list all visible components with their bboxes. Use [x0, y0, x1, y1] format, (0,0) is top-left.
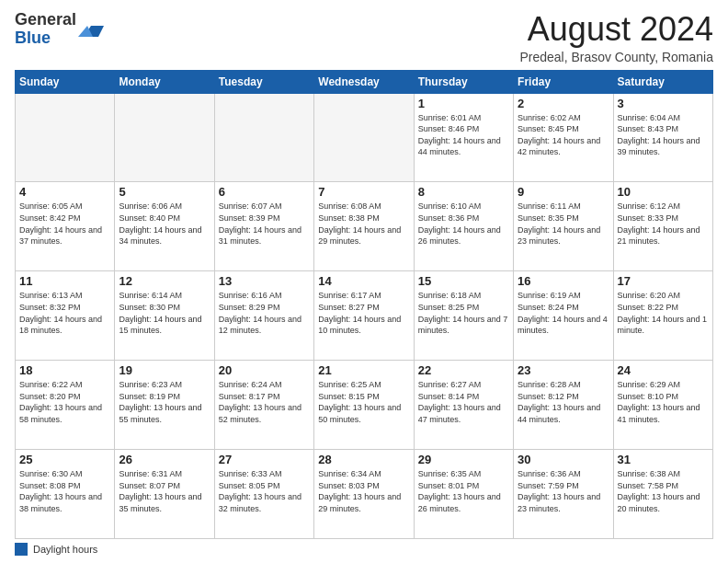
day-info: Sunrise: 6:31 AM Sunset: 8:07 PM Dayligh…: [119, 468, 210, 514]
day-number: 12: [119, 274, 210, 288]
calendar-header-row: SundayMondayTuesdayWednesdayThursdayFrid…: [16, 70, 713, 93]
calendar-cell: 23Sunrise: 6:28 AM Sunset: 8:12 PM Dayli…: [514, 361, 613, 450]
calendar-cell: 7Sunrise: 6:08 AM Sunset: 8:38 PM Daylig…: [314, 182, 414, 271]
day-number: 31: [618, 453, 709, 466]
day-number: 6: [219, 185, 310, 199]
day-number: 5: [119, 185, 210, 199]
day-info: Sunrise: 6:35 AM Sunset: 8:01 PM Dayligh…: [418, 468, 509, 514]
calendar-cell: 26Sunrise: 6:31 AM Sunset: 8:07 PM Dayli…: [115, 450, 214, 539]
calendar-cell: 17Sunrise: 6:20 AM Sunset: 8:22 PM Dayli…: [613, 271, 712, 361]
day-number: 2: [518, 97, 609, 110]
day-info: Sunrise: 6:17 AM Sunset: 8:27 PM Dayligh…: [318, 290, 409, 336]
day-info: Sunrise: 6:05 AM Sunset: 8:42 PM Dayligh…: [19, 201, 110, 247]
calendar-cell: [16, 93, 115, 182]
day-info: Sunrise: 6:08 AM Sunset: 8:38 PM Dayligh…: [318, 201, 409, 247]
calendar-cell: 6Sunrise: 6:07 AM Sunset: 8:39 PM Daylig…: [214, 182, 313, 271]
calendar-cell: 19Sunrise: 6:23 AM Sunset: 8:19 PM Dayli…: [115, 361, 214, 450]
day-info: Sunrise: 6:34 AM Sunset: 8:03 PM Dayligh…: [318, 468, 409, 514]
calendar-cell: 13Sunrise: 6:16 AM Sunset: 8:29 PM Dayli…: [214, 271, 313, 361]
day-number: 30: [518, 453, 609, 466]
day-info: Sunrise: 6:11 AM Sunset: 8:35 PM Dayligh…: [518, 201, 609, 247]
calendar-day-header: Thursday: [414, 70, 513, 93]
day-info: Sunrise: 6:29 AM Sunset: 8:10 PM Dayligh…: [618, 379, 709, 425]
calendar-cell: 3Sunrise: 6:04 AM Sunset: 8:43 PM Daylig…: [613, 93, 712, 182]
calendar-cell: 27Sunrise: 6:33 AM Sunset: 8:05 PM Dayli…: [214, 450, 313, 539]
day-info: Sunrise: 6:28 AM Sunset: 8:12 PM Dayligh…: [518, 379, 609, 425]
day-number: 14: [318, 274, 409, 288]
location: Predeal, Brasov County, Romania: [519, 50, 713, 64]
day-number: 21: [318, 363, 409, 377]
day-number: 22: [418, 363, 509, 377]
calendar-day-header: Friday: [514, 70, 613, 93]
day-info: Sunrise: 6:13 AM Sunset: 8:32 PM Dayligh…: [19, 290, 110, 336]
day-info: Sunrise: 6:20 AM Sunset: 8:22 PM Dayligh…: [618, 290, 709, 336]
calendar-cell: 18Sunrise: 6:22 AM Sunset: 8:20 PM Dayli…: [16, 361, 115, 450]
calendar-day-header: Monday: [115, 70, 214, 93]
calendar-table: SundayMondayTuesdayWednesdayThursdayFrid…: [15, 70, 713, 539]
day-number: 10: [618, 185, 709, 199]
logo-icon: [78, 17, 104, 42]
calendar-cell: 15Sunrise: 6:18 AM Sunset: 8:25 PM Dayli…: [414, 271, 513, 361]
day-info: Sunrise: 6:36 AM Sunset: 7:59 PM Dayligh…: [518, 468, 609, 514]
day-number: 13: [219, 274, 310, 288]
calendar-week-row: 1Sunrise: 6:01 AM Sunset: 8:46 PM Daylig…: [16, 93, 713, 182]
calendar-cell: 31Sunrise: 6:38 AM Sunset: 7:58 PM Dayli…: [613, 450, 712, 539]
day-number: 7: [318, 185, 409, 199]
title-block: August 2024 Predeal, Brasov County, Roma…: [519, 11, 713, 64]
calendar-day-header: Saturday: [613, 70, 712, 93]
day-number: 25: [19, 453, 110, 466]
month-year: August 2024: [519, 11, 713, 48]
day-number: 15: [418, 274, 509, 288]
calendar-week-row: 18Sunrise: 6:22 AM Sunset: 8:20 PM Dayli…: [16, 361, 713, 450]
day-number: 24: [618, 363, 709, 377]
day-number: 11: [19, 274, 110, 288]
calendar-day-header: Wednesday: [314, 70, 414, 93]
calendar-cell: 28Sunrise: 6:34 AM Sunset: 8:03 PM Dayli…: [314, 450, 414, 539]
calendar-cell: 25Sunrise: 6:30 AM Sunset: 8:08 PM Dayli…: [16, 450, 115, 539]
day-info: Sunrise: 6:04 AM Sunset: 8:43 PM Dayligh…: [618, 112, 709, 158]
day-number: 8: [418, 185, 509, 199]
calendar-cell: 4Sunrise: 6:05 AM Sunset: 8:42 PM Daylig…: [16, 182, 115, 271]
calendar-cell: 2Sunrise: 6:02 AM Sunset: 8:45 PM Daylig…: [514, 93, 613, 182]
day-number: 1: [418, 97, 509, 110]
calendar-week-row: 25Sunrise: 6:30 AM Sunset: 8:08 PM Dayli…: [16, 450, 713, 539]
day-info: Sunrise: 6:14 AM Sunset: 8:30 PM Dayligh…: [119, 290, 210, 336]
day-info: Sunrise: 6:06 AM Sunset: 8:40 PM Dayligh…: [119, 201, 210, 247]
day-number: 20: [219, 363, 310, 377]
day-info: Sunrise: 6:33 AM Sunset: 8:05 PM Dayligh…: [219, 468, 310, 514]
legend-color-box: [15, 543, 28, 556]
footer: Daylight hours: [15, 543, 713, 556]
calendar-cell: 22Sunrise: 6:27 AM Sunset: 8:14 PM Dayli…: [414, 361, 513, 450]
day-info: Sunrise: 6:02 AM Sunset: 8:45 PM Dayligh…: [518, 112, 609, 158]
calendar-cell: 20Sunrise: 6:24 AM Sunset: 8:17 PM Dayli…: [214, 361, 313, 450]
header: General Blue August 2024 Predeal, Brasov…: [15, 11, 713, 64]
calendar-cell: [314, 93, 414, 182]
calendar-week-row: 11Sunrise: 6:13 AM Sunset: 8:32 PM Dayli…: [16, 271, 713, 361]
calendar-cell: 30Sunrise: 6:36 AM Sunset: 7:59 PM Dayli…: [514, 450, 613, 539]
day-number: 4: [19, 185, 110, 199]
day-info: Sunrise: 6:25 AM Sunset: 8:15 PM Dayligh…: [318, 379, 409, 425]
calendar-week-row: 4Sunrise: 6:05 AM Sunset: 8:42 PM Daylig…: [16, 182, 713, 271]
day-info: Sunrise: 6:18 AM Sunset: 8:25 PM Dayligh…: [418, 290, 509, 336]
day-info: Sunrise: 6:07 AM Sunset: 8:39 PM Dayligh…: [219, 201, 310, 247]
calendar-cell: 21Sunrise: 6:25 AM Sunset: 8:15 PM Dayli…: [314, 361, 414, 450]
logo-blue-text: Blue: [15, 29, 51, 47]
day-info: Sunrise: 6:10 AM Sunset: 8:36 PM Dayligh…: [418, 201, 509, 247]
calendar-day-header: Sunday: [16, 70, 115, 93]
legend-label: Daylight hours: [33, 544, 97, 555]
calendar-cell: 14Sunrise: 6:17 AM Sunset: 8:27 PM Dayli…: [314, 271, 414, 361]
day-number: 16: [518, 274, 609, 288]
day-info: Sunrise: 6:12 AM Sunset: 8:33 PM Dayligh…: [618, 201, 709, 247]
day-number: 27: [219, 453, 310, 466]
logo: General Blue: [15, 11, 104, 48]
day-info: Sunrise: 6:19 AM Sunset: 8:24 PM Dayligh…: [518, 290, 609, 336]
calendar-cell: 5Sunrise: 6:06 AM Sunset: 8:40 PM Daylig…: [115, 182, 214, 271]
day-number: 19: [119, 363, 210, 377]
calendar-cell: 11Sunrise: 6:13 AM Sunset: 8:32 PM Dayli…: [16, 271, 115, 361]
day-number: 9: [518, 185, 609, 199]
page: General Blue August 2024 Predeal, Brasov…: [0, 0, 728, 563]
day-info: Sunrise: 6:16 AM Sunset: 8:29 PM Dayligh…: [219, 290, 310, 336]
day-info: Sunrise: 6:01 AM Sunset: 8:46 PM Dayligh…: [418, 112, 509, 158]
day-number: 26: [119, 453, 210, 466]
calendar-cell: 16Sunrise: 6:19 AM Sunset: 8:24 PM Dayli…: [514, 271, 613, 361]
